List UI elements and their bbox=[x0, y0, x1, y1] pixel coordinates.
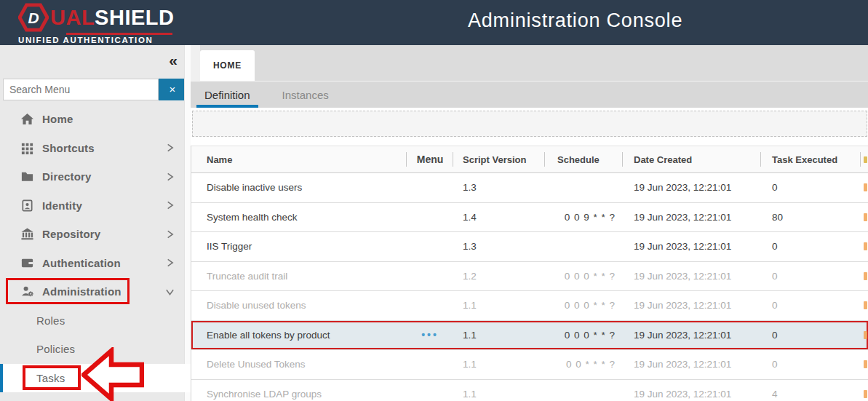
row-menu-dots[interactable] bbox=[407, 291, 453, 320]
logo-hex-letter: D bbox=[28, 9, 39, 26]
status-column-sliver bbox=[861, 262, 868, 291]
sidebar-item-directory[interactable]: Directory bbox=[0, 162, 191, 191]
column-header-menu[interactable]: Menu bbox=[407, 146, 453, 172]
script-version-cell: 1.2 bbox=[453, 262, 545, 291]
task-executed-cell: 0 bbox=[761, 321, 861, 350]
content-tab-bar: Definition Instances bbox=[191, 81, 868, 108]
script-version-cell: 1.1 bbox=[453, 321, 545, 350]
sidebar-item-policies[interactable]: Policies bbox=[0, 335, 191, 364]
column-header-name[interactable]: Name bbox=[191, 146, 407, 172]
sidebar-item-label: Tasks bbox=[36, 372, 65, 384]
row-menu-dots[interactable] bbox=[407, 350, 453, 379]
sidebar-item-repository[interactable]: Repository bbox=[0, 220, 191, 249]
toolbar-dropzone bbox=[192, 111, 867, 137]
table-row[interactable]: Truncate audit trail 1.2 0 0 0 * * ? 19 … bbox=[191, 262, 868, 292]
logo-wordmark: UALSHIELD bbox=[50, 7, 174, 28]
app-header: D UALSHIELD UNIFIED AUTHENTICATION Admin… bbox=[0, 0, 868, 45]
chevron-right-icon bbox=[165, 143, 175, 153]
task-name-cell: Synchronise LDAP groups bbox=[191, 380, 407, 401]
date-created-cell: 19 Jun 2023, 12:21:01 bbox=[623, 262, 761, 291]
sidebar-item-label: Shortcuts bbox=[42, 142, 95, 154]
row-menu-dots[interactable] bbox=[407, 262, 453, 291]
sidebar-item-label: Roles bbox=[36, 314, 65, 327]
task-executed-cell: 0 bbox=[761, 232, 861, 261]
script-version-cell: 1.3 bbox=[453, 173, 545, 202]
column-header-task-executed[interactable]: Task Executed bbox=[761, 146, 861, 172]
task-name-cell: Delete Unused Tokens bbox=[191, 350, 407, 379]
date-created-cell: 19 Jun 2023, 12:21:01 bbox=[623, 350, 761, 379]
column-header-date-created[interactable]: Date Created bbox=[623, 146, 761, 172]
script-version-cell: 1.1 bbox=[453, 380, 545, 401]
chevron-right-icon bbox=[165, 201, 175, 210]
script-version-cell: 1.1 bbox=[453, 350, 545, 379]
table-row[interactable]: Synchronise LDAP groups 1.1 19 Jun 2023,… bbox=[191, 380, 868, 401]
chevron-right-icon bbox=[165, 229, 175, 239]
collapse-sidebar-icon[interactable]: « bbox=[169, 52, 178, 68]
column-header-schedule[interactable]: Schedule bbox=[545, 146, 623, 172]
tasks-table: Name Menu Script Version Schedule Date C… bbox=[191, 146, 868, 401]
date-created-cell: 19 Jun 2023, 12:21:01 bbox=[623, 291, 761, 320]
script-version-cell: 1.3 bbox=[453, 232, 545, 261]
date-created-cell: 19 Jun 2023, 12:21:01 bbox=[623, 232, 761, 261]
sidebar-item-label: Home bbox=[42, 113, 73, 125]
sidebar-item-home[interactable]: Home bbox=[0, 105, 191, 134]
tasks-table-body: Disable inactive users 1.3 19 Jun 2023, … bbox=[191, 173, 868, 401]
date-created-cell: 19 Jun 2023, 12:21:01 bbox=[623, 321, 761, 350]
logo-hexagon-icon: D bbox=[18, 3, 49, 32]
chevron-right-icon bbox=[165, 172, 175, 181]
schedule-cell bbox=[545, 380, 623, 401]
table-row[interactable]: Delete Unused Tokens 1.1 0 0 * * * ? 19 … bbox=[191, 350, 868, 380]
id-card-icon bbox=[20, 199, 34, 213]
sidebar-item-identity[interactable]: Identity bbox=[0, 191, 191, 221]
status-column-sliver bbox=[861, 291, 868, 320]
row-menu-dots[interactable] bbox=[407, 203, 453, 232]
tasks-table-header: Name Menu Script Version Schedule Date C… bbox=[191, 146, 868, 173]
page-title: Administration Console bbox=[468, 9, 682, 32]
table-row[interactable]: System health check 1.4 0 0 9 * * ? 19 J… bbox=[191, 203, 868, 233]
script-version-cell: 1.1 bbox=[453, 291, 545, 320]
sidebar-item-label: Policies bbox=[36, 343, 75, 355]
status-column-sliver bbox=[861, 203, 868, 232]
row-menu-dots[interactable] bbox=[407, 380, 453, 401]
date-created-cell: 19 Jun 2023, 12:21:01 bbox=[623, 173, 761, 202]
status-column-sliver bbox=[861, 350, 868, 379]
sidebar: « × Home Shortcuts bbox=[0, 45, 191, 401]
schedule-cell: 0 0 0 * * ? bbox=[545, 262, 623, 291]
sidebar-item-tasks[interactable]: Tasks bbox=[0, 364, 191, 393]
user-gear-icon bbox=[20, 285, 34, 298]
schedule-cell: 0 0 0 * * ? bbox=[545, 321, 623, 350]
sidebar-item-shortcuts[interactable]: Shortcuts bbox=[0, 134, 191, 163]
row-menu-dots[interactable] bbox=[407, 232, 453, 261]
search-clear-button[interactable]: × bbox=[159, 79, 186, 100]
status-column-sliver bbox=[861, 380, 868, 401]
row-menu-dots[interactable]: ••• bbox=[407, 321, 453, 350]
status-column-sliver bbox=[861, 321, 868, 350]
tab-definition[interactable]: Definition bbox=[196, 82, 258, 108]
main-content: HOME Definition Instances Name Menu Scri… bbox=[191, 45, 868, 401]
column-header-script-version[interactable]: Script Version bbox=[453, 146, 545, 172]
table-row[interactable]: IIS Trigger 1.3 19 Jun 2023, 12:21:01 0 bbox=[191, 232, 868, 262]
window-tab-bar: HOME bbox=[191, 45, 868, 81]
chevron-right-icon bbox=[165, 258, 175, 268]
close-icon: × bbox=[170, 83, 176, 95]
date-created-cell: 19 Jun 2023, 12:21:01 bbox=[623, 203, 761, 232]
tab-home[interactable]: HOME bbox=[200, 50, 255, 81]
bank-icon bbox=[20, 227, 34, 241]
search-input[interactable] bbox=[3, 79, 159, 100]
sidebar-item-label: Administration bbox=[42, 285, 122, 298]
table-row[interactable]: Disable inactive users 1.3 19 Jun 2023, … bbox=[191, 173, 868, 203]
table-row[interactable]: Disable unused tokens 1.1 0 0 0 * * ? 19… bbox=[191, 291, 868, 321]
task-executed-cell: 4 bbox=[761, 380, 861, 401]
grid-icon bbox=[20, 141, 34, 155]
folder-icon bbox=[20, 170, 34, 183]
task-name-cell: IIS Trigger bbox=[191, 232, 407, 261]
table-row[interactable]: Enable all tokens by product ••• 1.1 0 0… bbox=[191, 321, 868, 351]
sidebar-item-roles[interactable]: Roles bbox=[0, 306, 191, 336]
home-icon bbox=[20, 112, 34, 126]
sidebar-item-authentication[interactable]: Authentication bbox=[0, 249, 191, 278]
schedule-cell: 0 0 * * * ? bbox=[545, 350, 623, 379]
row-menu-dots[interactable] bbox=[407, 173, 453, 202]
tab-instances[interactable]: Instances bbox=[274, 82, 337, 108]
schedule-cell: 0 0 9 * * ? bbox=[545, 203, 623, 232]
sidebar-item-administration[interactable]: Administration bbox=[0, 277, 191, 306]
